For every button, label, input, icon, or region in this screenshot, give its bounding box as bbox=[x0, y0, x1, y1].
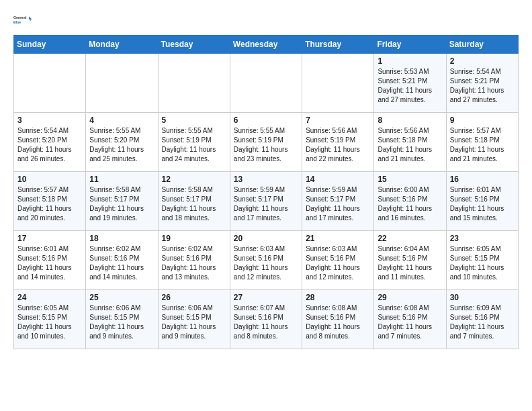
calendar-body: 1Sunrise: 5:53 AM Sunset: 5:21 PM Daylig… bbox=[14, 54, 519, 349]
calendar-cell bbox=[302, 54, 374, 113]
calendar-cell: 17Sunrise: 6:01 AM Sunset: 5:16 PM Dayli… bbox=[14, 231, 86, 290]
cell-info: Sunrise: 6:03 AM Sunset: 5:16 PM Dayligh… bbox=[306, 244, 370, 282]
header-day-saturday: Saturday bbox=[446, 36, 518, 54]
day-number: 20 bbox=[234, 234, 298, 243]
cell-info: Sunrise: 5:59 AM Sunset: 5:17 PM Dayligh… bbox=[306, 185, 370, 223]
day-number: 22 bbox=[378, 234, 442, 243]
calendar-cell: 18Sunrise: 6:02 AM Sunset: 5:16 PM Dayli… bbox=[86, 231, 158, 290]
calendar-cell: 7Sunrise: 5:56 AM Sunset: 5:19 PM Daylig… bbox=[302, 113, 374, 172]
day-number: 16 bbox=[450, 175, 515, 184]
svg-marker-2 bbox=[29, 16, 32, 19]
header-day-monday: Monday bbox=[86, 36, 158, 54]
day-number: 13 bbox=[234, 175, 298, 184]
calendar-cell: 1Sunrise: 5:53 AM Sunset: 5:21 PM Daylig… bbox=[374, 54, 446, 113]
cell-info: Sunrise: 5:57 AM Sunset: 5:18 PM Dayligh… bbox=[17, 185, 82, 223]
day-number: 19 bbox=[162, 234, 226, 243]
calendar-cell: 15Sunrise: 6:00 AM Sunset: 5:16 PM Dayli… bbox=[374, 172, 446, 231]
week-row-3: 10Sunrise: 5:57 AM Sunset: 5:18 PM Dayli… bbox=[14, 172, 519, 231]
calendar-cell bbox=[158, 54, 230, 113]
cell-info: Sunrise: 5:55 AM Sunset: 5:20 PM Dayligh… bbox=[89, 126, 154, 164]
cell-info: Sunrise: 5:54 AM Sunset: 5:20 PM Dayligh… bbox=[17, 126, 82, 164]
day-number: 9 bbox=[450, 116, 515, 125]
calendar-cell: 19Sunrise: 6:02 AM Sunset: 5:16 PM Dayli… bbox=[158, 231, 230, 290]
week-row-2: 3Sunrise: 5:54 AM Sunset: 5:20 PM Daylig… bbox=[14, 113, 519, 172]
header-row: SundayMondayTuesdayWednesdayThursdayFrid… bbox=[14, 36, 519, 54]
calendar-cell: 27Sunrise: 6:07 AM Sunset: 5:16 PM Dayli… bbox=[230, 290, 302, 349]
day-number: 10 bbox=[17, 175, 82, 184]
cell-info: Sunrise: 5:55 AM Sunset: 5:19 PM Dayligh… bbox=[162, 126, 226, 164]
day-number: 25 bbox=[89, 293, 154, 302]
day-number: 29 bbox=[378, 293, 442, 302]
day-number: 28 bbox=[306, 293, 370, 302]
calendar-cell: 12Sunrise: 5:58 AM Sunset: 5:17 PM Dayli… bbox=[158, 172, 230, 231]
week-row-4: 17Sunrise: 6:01 AM Sunset: 5:16 PM Dayli… bbox=[14, 231, 519, 290]
calendar-cell: 22Sunrise: 6:04 AM Sunset: 5:16 PM Dayli… bbox=[374, 231, 446, 290]
cell-info: Sunrise: 5:57 AM Sunset: 5:18 PM Dayligh… bbox=[450, 126, 515, 164]
day-number: 6 bbox=[234, 116, 298, 125]
cell-info: Sunrise: 5:58 AM Sunset: 5:17 PM Dayligh… bbox=[162, 185, 226, 223]
calendar-cell: 11Sunrise: 5:58 AM Sunset: 5:17 PM Dayli… bbox=[86, 172, 158, 231]
svg-marker-3 bbox=[29, 19, 32, 21]
cell-info: Sunrise: 6:04 AM Sunset: 5:16 PM Dayligh… bbox=[378, 244, 442, 282]
logo: GeneralBlue bbox=[13, 11, 32, 30]
week-row-1: 1Sunrise: 5:53 AM Sunset: 5:21 PM Daylig… bbox=[14, 54, 519, 113]
calendar-cell: 4Sunrise: 5:55 AM Sunset: 5:20 PM Daylig… bbox=[86, 113, 158, 172]
calendar-cell: 9Sunrise: 5:57 AM Sunset: 5:18 PM Daylig… bbox=[446, 113, 518, 172]
calendar-cell: 20Sunrise: 6:03 AM Sunset: 5:16 PM Dayli… bbox=[230, 231, 302, 290]
cell-info: Sunrise: 6:08 AM Sunset: 5:16 PM Dayligh… bbox=[306, 304, 370, 341]
calendar-cell: 14Sunrise: 5:59 AM Sunset: 5:17 PM Dayli… bbox=[302, 172, 374, 231]
calendar-cell: 30Sunrise: 6:09 AM Sunset: 5:16 PM Dayli… bbox=[446, 290, 518, 349]
cell-info: Sunrise: 5:59 AM Sunset: 5:17 PM Dayligh… bbox=[234, 185, 298, 223]
day-number: 14 bbox=[306, 175, 370, 184]
day-number: 21 bbox=[306, 234, 370, 243]
cell-info: Sunrise: 6:00 AM Sunset: 5:16 PM Dayligh… bbox=[378, 185, 442, 223]
calendar-cell: 29Sunrise: 6:08 AM Sunset: 5:16 PM Dayli… bbox=[374, 290, 446, 349]
cell-info: Sunrise: 6:02 AM Sunset: 5:16 PM Dayligh… bbox=[162, 244, 226, 282]
day-number: 27 bbox=[234, 293, 298, 302]
calendar-cell: 8Sunrise: 5:56 AM Sunset: 5:18 PM Daylig… bbox=[374, 113, 446, 172]
day-number: 4 bbox=[89, 116, 154, 125]
header-day-sunday: Sunday bbox=[14, 36, 86, 54]
cell-info: Sunrise: 5:56 AM Sunset: 5:19 PM Dayligh… bbox=[306, 126, 370, 164]
week-row-5: 24Sunrise: 6:05 AM Sunset: 5:15 PM Dayli… bbox=[14, 290, 519, 349]
calendar-cell bbox=[14, 54, 86, 113]
calendar-header: SundayMondayTuesdayWednesdayThursdayFrid… bbox=[14, 36, 519, 54]
day-number: 23 bbox=[450, 234, 515, 243]
calendar-cell bbox=[86, 54, 158, 113]
day-number: 12 bbox=[162, 175, 226, 184]
day-number: 3 bbox=[17, 116, 82, 125]
calendar-cell: 3Sunrise: 5:54 AM Sunset: 5:20 PM Daylig… bbox=[14, 113, 86, 172]
page-header: GeneralBlue bbox=[13, 11, 519, 30]
calendar-cell bbox=[230, 54, 302, 113]
cell-info: Sunrise: 6:05 AM Sunset: 5:15 PM Dayligh… bbox=[450, 244, 515, 282]
calendar-cell: 28Sunrise: 6:08 AM Sunset: 5:16 PM Dayli… bbox=[302, 290, 374, 349]
calendar-cell: 24Sunrise: 6:05 AM Sunset: 5:15 PM Dayli… bbox=[14, 290, 86, 349]
cell-info: Sunrise: 6:06 AM Sunset: 5:15 PM Dayligh… bbox=[89, 304, 154, 341]
cell-info: Sunrise: 6:05 AM Sunset: 5:15 PM Dayligh… bbox=[17, 304, 82, 341]
day-number: 5 bbox=[162, 116, 226, 125]
calendar-cell: 13Sunrise: 5:59 AM Sunset: 5:17 PM Dayli… bbox=[230, 172, 302, 231]
cell-info: Sunrise: 5:53 AM Sunset: 5:21 PM Dayligh… bbox=[378, 67, 442, 105]
header-day-friday: Friday bbox=[374, 36, 446, 54]
cell-info: Sunrise: 6:01 AM Sunset: 5:16 PM Dayligh… bbox=[17, 244, 82, 282]
calendar-cell: 16Sunrise: 6:01 AM Sunset: 5:16 PM Dayli… bbox=[446, 172, 518, 231]
calendar-cell: 25Sunrise: 6:06 AM Sunset: 5:15 PM Dayli… bbox=[86, 290, 158, 349]
cell-info: Sunrise: 6:07 AM Sunset: 5:16 PM Dayligh… bbox=[234, 304, 298, 341]
cell-info: Sunrise: 5:56 AM Sunset: 5:18 PM Dayligh… bbox=[378, 126, 442, 164]
logo-icon: GeneralBlue bbox=[13, 11, 32, 30]
svg-text:Blue: Blue bbox=[13, 20, 21, 24]
day-number: 26 bbox=[162, 293, 226, 302]
day-number: 17 bbox=[17, 234, 82, 243]
cell-info: Sunrise: 5:54 AM Sunset: 5:21 PM Dayligh… bbox=[450, 67, 515, 105]
calendar-cell: 2Sunrise: 5:54 AM Sunset: 5:21 PM Daylig… bbox=[446, 54, 518, 113]
cell-info: Sunrise: 6:02 AM Sunset: 5:16 PM Dayligh… bbox=[89, 244, 154, 282]
day-number: 1 bbox=[378, 56, 442, 66]
calendar-cell: 6Sunrise: 5:55 AM Sunset: 5:19 PM Daylig… bbox=[230, 113, 302, 172]
cell-info: Sunrise: 6:03 AM Sunset: 5:16 PM Dayligh… bbox=[234, 244, 298, 282]
day-number: 2 bbox=[450, 56, 515, 66]
day-number: 30 bbox=[450, 293, 515, 302]
svg-text:General: General bbox=[13, 15, 27, 19]
header-day-tuesday: Tuesday bbox=[158, 36, 230, 54]
calendar-cell: 26Sunrise: 6:06 AM Sunset: 5:15 PM Dayli… bbox=[158, 290, 230, 349]
calendar-cell: 21Sunrise: 6:03 AM Sunset: 5:16 PM Dayli… bbox=[302, 231, 374, 290]
